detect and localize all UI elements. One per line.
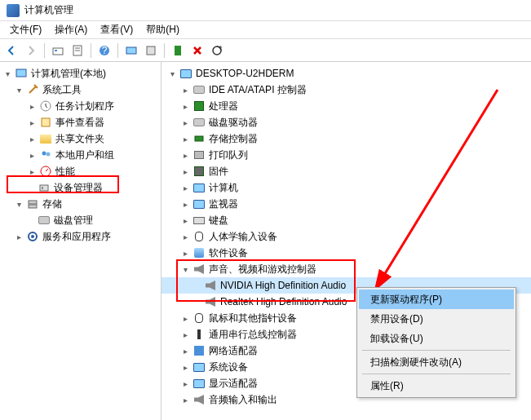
tree-label: 设备管理器 — [54, 181, 103, 195]
enable-button[interactable] — [170, 42, 186, 59]
tree-device-manager[interactable]: 设备管理器 — [0, 179, 161, 196]
expand-icon[interactable]: ▸ — [179, 231, 191, 242]
properties-button[interactable] — [69, 42, 86, 59]
expand-icon[interactable]: ▸ — [26, 166, 38, 177]
expand-icon[interactable]: ▸ — [13, 231, 24, 242]
tree-disk-mgmt[interactable]: 磁盘管理 — [0, 212, 161, 228]
ctx-uninstall-device[interactable]: 卸载设备(U) — [359, 329, 514, 348]
up-button[interactable] — [50, 42, 66, 59]
tree-services[interactable]: ▸ 服务和应用程序 — [0, 228, 161, 245]
context-menu: 更新驱动程序(P) 禁用设备(D) 卸载设备(U) 扫描检测硬件改动(A) 属性… — [356, 287, 516, 398]
device-hid[interactable]: ▸人体学输入设备 — [162, 228, 531, 245]
ctx-scan-hardware[interactable]: 扫描检测硬件改动(A) — [359, 352, 514, 372]
tree-label: 事件查看器 — [55, 116, 104, 130]
device-sound[interactable]: ▾声音、视频和游戏控制器 — [162, 261, 531, 277]
expand-icon[interactable]: ▸ — [179, 361, 191, 373]
expand-icon[interactable]: ▸ — [179, 100, 191, 112]
tree-local-users[interactable]: ▸ 本地用户和组 — [0, 147, 161, 163]
device-label: 处理器 — [209, 99, 238, 113]
device-printers[interactable]: ▸打印队列 — [162, 147, 531, 163]
expand-icon[interactable]: ▸ — [179, 117, 191, 128]
ctx-label: 属性(R) — [370, 379, 404, 393]
menu-view[interactable]: 查看(V) — [94, 21, 139, 38]
device-computer[interactable]: ▸计算机 — [162, 179, 531, 196]
tree-shared-folders[interactable]: ▸ 共享文件夹 — [0, 130, 161, 147]
tree-label: 服务和应用程序 — [42, 230, 111, 244]
audio-io-icon — [192, 393, 206, 406]
device-label: DESKTOP-U2HDERM — [196, 68, 294, 79]
storage-ctrl-icon — [192, 132, 206, 145]
menu-help[interactable]: 帮助(H) — [139, 21, 186, 38]
collapse-icon[interactable]: ▾ — [2, 68, 13, 79]
menu-action[interactable]: 操作(A) — [48, 21, 94, 38]
tree-system-tools[interactable]: ▾ 系统工具 — [0, 82, 161, 98]
ctx-properties[interactable]: 属性(R) — [359, 376, 514, 396]
tree-root[interactable]: ▾ 计算机管理(本地) — [0, 65, 161, 82]
tree-event-viewer[interactable]: ▸ 事件查看器 — [0, 114, 161, 130]
tree-storage[interactable]: ▾ 存储 — [0, 196, 161, 212]
show-hide-button[interactable] — [123, 42, 139, 59]
expand-icon[interactable]: ▸ — [26, 133, 38, 144]
menu-file[interactable]: 文件(F) — [3, 21, 48, 38]
expand-icon[interactable]: ▸ — [26, 149, 38, 161]
speaker-icon — [204, 295, 217, 308]
expand-icon[interactable]: ▸ — [179, 84, 191, 95]
back-button[interactable] — [3, 42, 20, 59]
device-keyboards[interactable]: ▸键盘 — [162, 212, 531, 228]
expand-icon[interactable]: ▸ — [179, 247, 191, 259]
expand-icon[interactable]: ▸ — [179, 345, 191, 356]
tools-icon — [26, 83, 39, 96]
expand-icon[interactable]: ▸ — [179, 312, 191, 324]
collapse-icon[interactable]: ▾ — [179, 263, 191, 275]
expand-icon[interactable]: ▸ — [26, 100, 38, 112]
ctx-update-driver[interactable]: 更新驱动程序(P) — [359, 290, 514, 309]
device-storage-ctrl[interactable]: ▸存储控制器 — [162, 130, 531, 147]
monitor-icon — [192, 197, 206, 210]
device-label: 键盘 — [209, 214, 228, 228]
forward-button[interactable] — [23, 42, 39, 59]
expand-icon[interactable]: ▸ — [179, 182, 191, 193]
device-cpu[interactable]: ▸处理器 — [162, 98, 531, 114]
device-label: 显示适配器 — [209, 377, 258, 391]
ctx-disable-device[interactable]: 禁用设备(D) — [359, 309, 514, 329]
device-software[interactable]: ▸软件设备 — [162, 245, 531, 261]
svg-rect-18 — [42, 187, 43, 189]
expand-icon[interactable]: ▸ — [26, 117, 38, 128]
device-label: 软件设备 — [209, 246, 248, 260]
scan-button[interactable] — [209, 42, 225, 59]
device-label: 磁盘驱动器 — [209, 116, 258, 130]
expand-icon[interactable]: ▸ — [179, 378, 191, 389]
svg-rect-13 — [42, 118, 50, 126]
collapse-icon[interactable]: ▾ — [166, 68, 178, 79]
collapse-icon[interactable]: ▾ — [13, 84, 24, 95]
device-root[interactable]: ▾ DESKTOP-U2HDERM — [162, 65, 531, 82]
help-button[interactable]: ? — [96, 42, 113, 59]
device-firmware[interactable]: ▸固件 — [162, 163, 531, 179]
tree-label: 磁盘管理 — [54, 214, 93, 228]
tree-task-scheduler[interactable]: ▸ 任务计划程序 — [0, 98, 161, 114]
tree-performance[interactable]: ▸ 性能 — [0, 163, 161, 179]
device-monitors[interactable]: ▸监视器 — [162, 196, 531, 212]
ctx-label: 卸载设备(U) — [370, 332, 423, 346]
disk-mgmt-icon — [38, 214, 51, 227]
expand-icon[interactable]: ▸ — [179, 214, 191, 226]
expand-icon[interactable]: ▸ — [179, 166, 191, 177]
collapse-icon[interactable]: ▾ — [13, 198, 24, 210]
expand-icon[interactable]: ▸ — [179, 198, 191, 210]
tree-label: 系统工具 — [42, 83, 82, 97]
expand-icon[interactable]: ▸ — [179, 329, 191, 340]
device-disks[interactable]: ▸磁盘驱动器 — [162, 114, 531, 130]
speaker-icon — [204, 279, 217, 292]
expand-icon[interactable]: ▸ — [179, 149, 191, 161]
system-icon — [192, 360, 206, 374]
svg-point-15 — [46, 153, 51, 157]
uninstall-button[interactable] — [189, 42, 206, 59]
app-icon — [7, 4, 20, 17]
device-icon[interactable] — [143, 42, 159, 59]
keyboard-icon — [192, 214, 206, 227]
software-icon — [192, 246, 206, 259]
svg-rect-20 — [29, 205, 37, 208]
expand-icon[interactable]: ▸ — [179, 394, 191, 405]
device-ide[interactable]: ▸IDE ATA/ATAPI 控制器 — [162, 82, 531, 98]
expand-icon[interactable]: ▸ — [179, 133, 191, 144]
